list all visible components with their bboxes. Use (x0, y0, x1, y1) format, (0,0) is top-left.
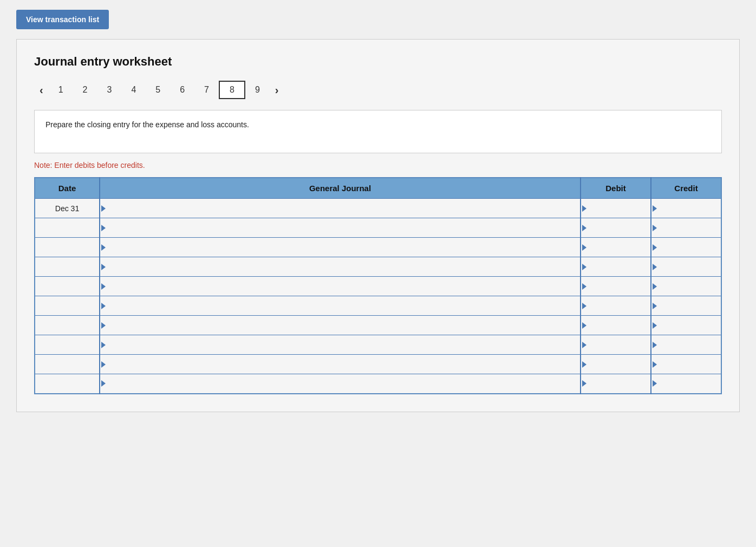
journal-cell[interactable] (100, 355, 581, 374)
table-row (35, 238, 721, 257)
debit-cell[interactable] (581, 257, 651, 277)
credit-cell[interactable] (651, 316, 721, 335)
table-row: Dec 31 (35, 199, 721, 218)
date-cell (35, 355, 100, 374)
journal-cell[interactable] (100, 296, 581, 316)
credit-cell[interactable] (651, 374, 721, 394)
debit-cell[interactable] (581, 199, 651, 218)
date-cell (35, 296, 100, 316)
page-7-button[interactable]: 7 (194, 82, 219, 98)
page-4-button[interactable]: 4 (121, 82, 146, 98)
credit-marker-icon (653, 342, 657, 348)
credit-cell[interactable] (651, 296, 721, 316)
debit-input[interactable] (581, 218, 650, 237)
debit-input[interactable] (581, 238, 650, 257)
debit-input[interactable] (581, 335, 650, 354)
debit-marker-icon (582, 303, 586, 309)
header-journal: General Journal (100, 178, 581, 199)
journal-input[interactable] (100, 218, 580, 237)
debit-input[interactable] (581, 257, 650, 276)
journal-input[interactable] (100, 355, 580, 374)
debit-marker-icon (582, 264, 586, 270)
credit-input[interactable] (651, 199, 721, 218)
next-page-button[interactable]: › (270, 82, 284, 99)
date-cell (35, 316, 100, 335)
journal-input[interactable] (100, 296, 580, 315)
credit-cell[interactable] (651, 355, 721, 374)
journal-cell[interactable] (100, 218, 581, 238)
debit-marker-icon (582, 380, 586, 387)
page-5-button[interactable]: 5 (146, 82, 170, 98)
credit-input[interactable] (651, 335, 721, 354)
credit-input[interactable] (651, 277, 721, 296)
page-6-button[interactable]: 6 (170, 82, 194, 98)
journal-input[interactable] (100, 199, 580, 218)
debit-cell[interactable] (581, 355, 651, 374)
table-row (35, 335, 721, 355)
credit-cell[interactable] (651, 199, 721, 218)
debit-input[interactable] (581, 355, 650, 374)
credit-input[interactable] (651, 316, 721, 335)
debit-cell[interactable] (581, 218, 651, 238)
credit-marker-icon (653, 264, 657, 270)
journal-cell[interactable] (100, 374, 581, 394)
debit-cell[interactable] (581, 296, 651, 316)
debit-input[interactable] (581, 316, 650, 335)
date-cell (35, 374, 100, 394)
journal-cell[interactable] (100, 238, 581, 257)
debit-input[interactable] (581, 296, 650, 315)
top-bar: View transaction list (0, 0, 756, 39)
page-1-button[interactable]: 1 (49, 82, 73, 98)
debit-cell[interactable] (581, 238, 651, 257)
row-marker-icon (101, 205, 106, 212)
debit-cell[interactable] (581, 335, 651, 355)
page-8-button[interactable]: 8 (219, 81, 245, 99)
credit-marker-icon (653, 380, 657, 387)
journal-cell[interactable] (100, 257, 581, 277)
credit-cell[interactable] (651, 335, 721, 355)
debit-input[interactable] (581, 277, 650, 296)
date-cell (35, 218, 100, 238)
page-9-button[interactable]: 9 (245, 82, 270, 98)
worksheet-panel: Journal entry worksheet ‹ 1 2 3 4 5 6 7 … (16, 39, 740, 412)
credit-marker-icon (653, 283, 657, 290)
journal-input[interactable] (100, 238, 580, 257)
table-row (35, 374, 721, 394)
journal-cell[interactable] (100, 316, 581, 335)
journal-input[interactable] (100, 257, 580, 276)
view-transaction-button[interactable]: View transaction list (16, 10, 109, 29)
row-marker-icon (101, 342, 106, 348)
journal-input[interactable] (100, 316, 580, 335)
journal-input[interactable] (100, 277, 580, 296)
journal-cell[interactable] (100, 199, 581, 218)
journal-cell[interactable] (100, 277, 581, 296)
debit-cell[interactable] (581, 374, 651, 394)
debit-input[interactable] (581, 374, 650, 393)
credit-marker-icon (653, 225, 657, 231)
journal-cell[interactable] (100, 335, 581, 355)
credit-marker-icon (653, 303, 657, 309)
credit-input[interactable] (651, 374, 721, 393)
credit-input[interactable] (651, 257, 721, 276)
debit-cell[interactable] (581, 316, 651, 335)
credit-input[interactable] (651, 355, 721, 374)
journal-input[interactable] (100, 335, 580, 354)
journal-table: Date General Journal Debit Credit Dec 31 (34, 177, 722, 394)
credit-input[interactable] (651, 218, 721, 237)
credit-cell[interactable] (651, 238, 721, 257)
journal-input[interactable] (100, 374, 580, 393)
credit-cell[interactable] (651, 257, 721, 277)
page-3-button[interactable]: 3 (97, 82, 121, 98)
date-cell (35, 257, 100, 277)
credit-input[interactable] (651, 296, 721, 315)
debit-cell[interactable] (581, 277, 651, 296)
prev-page-button[interactable]: ‹ (34, 82, 49, 99)
credit-cell[interactable] (651, 218, 721, 238)
date-cell (35, 335, 100, 355)
header-debit: Debit (581, 178, 651, 199)
debit-input[interactable] (581, 199, 650, 218)
credit-cell[interactable] (651, 277, 721, 296)
credit-input[interactable] (651, 238, 721, 257)
page-2-button[interactable]: 2 (73, 82, 97, 98)
debit-marker-icon (582, 361, 586, 368)
